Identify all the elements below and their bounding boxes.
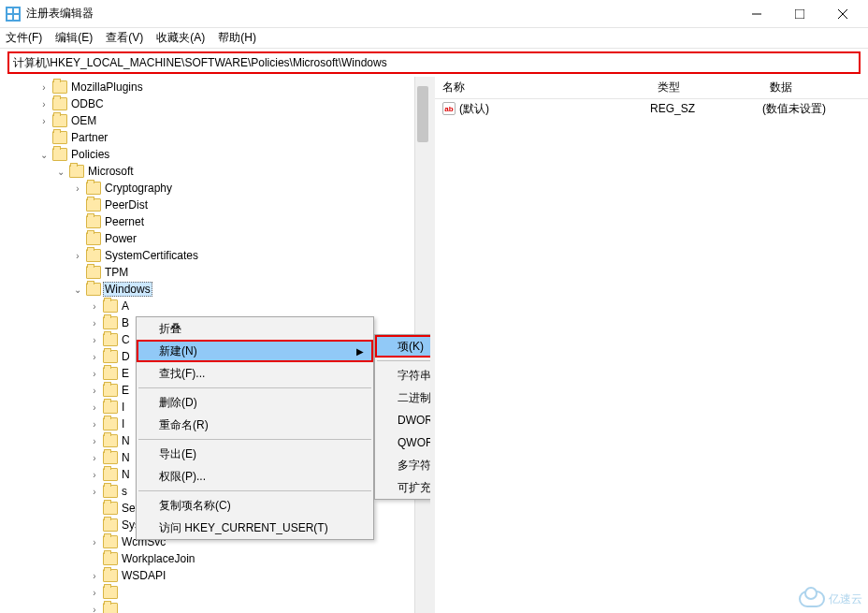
ctx-new-dword[interactable]: DWORD (32 位)值(D) xyxy=(375,409,430,431)
tree-item[interactable]: ⌄Policies xyxy=(37,146,430,163)
ctx-goto-hkcu[interactable]: 访问 HKEY_CURRENT_USER(T) xyxy=(137,517,373,539)
menu-help[interactable]: 帮助(H) xyxy=(218,30,256,46)
chevron-right-icon[interactable]: › xyxy=(88,485,101,498)
ctx-new-binary[interactable]: 二进制值(B) xyxy=(375,387,430,409)
tree-item[interactable]: ›MozillaPlugins xyxy=(37,79,430,95)
ctx-find[interactable]: 查找(F)... xyxy=(137,362,373,385)
ctx-export[interactable]: 导出(E) xyxy=(137,443,373,465)
ctx-new-string[interactable]: 字符串值(S) xyxy=(375,364,430,387)
ctx-new-expandstring[interactable]: 可扩充字符串值(E) xyxy=(375,476,430,499)
tree-item[interactable]: › xyxy=(88,601,430,613)
tree-item[interactable]: ›A xyxy=(88,298,430,314)
menu-file[interactable]: 文件(F) xyxy=(6,30,42,46)
chevron-right-icon[interactable]: › xyxy=(88,603,101,613)
folder-icon xyxy=(103,485,118,498)
tree-item-label: ODBC xyxy=(69,97,106,110)
tree-item[interactable]: ›OEM xyxy=(37,112,430,129)
tree-item[interactable]: ⌄Windows xyxy=(71,281,430,298)
folder-icon xyxy=(103,518,118,532)
chevron-right-icon[interactable]: › xyxy=(37,97,51,110)
tree-item-label: WorkplaceJoin xyxy=(120,552,196,565)
ctx-new-multistring[interactable]: 多字符串值(M) xyxy=(375,454,430,476)
chevron-down-icon[interactable]: ⌄ xyxy=(54,165,67,178)
tree-item-label: B xyxy=(120,316,131,329)
chevron-down-icon[interactable]: ⌄ xyxy=(37,148,51,161)
tree-pane[interactable]: ›MozillaPlugins›ODBC›OEM›Partner⌄Policie… xyxy=(0,77,430,613)
tree-item[interactable]: ›WorkplaceJoin xyxy=(88,550,430,567)
tree-item[interactable]: ›ODBC xyxy=(37,95,430,112)
chevron-right-icon[interactable]: › xyxy=(88,350,101,363)
close-button[interactable] xyxy=(821,0,864,28)
chevron-right-icon[interactable]: › xyxy=(88,569,101,582)
value-row[interactable]: ab(默认) REG_SZ (数值未设置) xyxy=(435,99,868,118)
chevron-right-icon[interactable]: › xyxy=(71,182,84,195)
chevron-right-icon[interactable]: › xyxy=(88,401,101,414)
tree-item[interactable]: ›Cryptography xyxy=(71,180,430,197)
tree-item-label: OEM xyxy=(69,114,98,127)
menu-view[interactable]: 查看(V) xyxy=(106,30,143,46)
ctx-new-qword[interactable]: QWORD (64 位)值(Q) xyxy=(375,431,430,454)
folder-icon xyxy=(86,283,101,296)
tree-item-label: A xyxy=(120,299,131,313)
tree-item-label: SystemCertificates xyxy=(103,249,200,262)
tree-item-label: MozillaPlugins xyxy=(69,80,145,94)
minimize-button[interactable] xyxy=(735,0,778,28)
ctx-collapse[interactable]: 折叠 xyxy=(137,317,373,340)
tree-item[interactable]: ›TPM xyxy=(71,264,430,281)
tree-item[interactable]: › xyxy=(88,584,430,601)
folder-icon xyxy=(103,603,118,613)
menu-bar: 文件(F) 编辑(E) 查看(V) 收藏夹(A) 帮助(H) xyxy=(0,28,868,49)
tree-item[interactable]: ›Partner xyxy=(37,129,430,146)
address-input[interactable] xyxy=(9,53,859,72)
chevron-right-icon[interactable]: › xyxy=(88,535,101,548)
folder-icon xyxy=(103,384,118,397)
tree-item[interactable]: ⌄Microsoft xyxy=(54,163,430,180)
tree-item[interactable]: ›Power xyxy=(71,230,430,247)
col-name[interactable]: 名称 xyxy=(435,80,650,95)
separator xyxy=(138,387,371,388)
folder-icon xyxy=(103,401,118,414)
chevron-right-icon[interactable]: › xyxy=(37,114,51,127)
chevron-right-icon[interactable]: › xyxy=(88,367,101,380)
ctx-copy-key-name[interactable]: 复制项名称(C) xyxy=(137,494,373,517)
ctx-new[interactable]: 新建(N)▶ xyxy=(137,340,373,362)
folder-icon xyxy=(86,198,101,212)
chevron-down-icon[interactable]: ⌄ xyxy=(71,283,84,296)
separator xyxy=(377,360,430,361)
maximize-button[interactable] xyxy=(778,0,821,28)
separator xyxy=(138,490,371,491)
menu-favorites[interactable]: 收藏夹(A) xyxy=(156,30,205,46)
tree-item[interactable]: ›SystemCertificates xyxy=(71,247,430,264)
ctx-delete[interactable]: 删除(D) xyxy=(137,391,373,414)
tree-item-label: Microsoft xyxy=(86,165,136,178)
col-data[interactable]: 数据 xyxy=(762,80,868,95)
chevron-right-icon[interactable]: › xyxy=(88,316,101,329)
tree-item-label: E xyxy=(120,384,131,397)
string-value-icon: ab xyxy=(442,102,456,115)
folder-icon xyxy=(103,569,118,582)
chevron-right-icon[interactable]: › xyxy=(37,80,51,94)
chevron-right-icon[interactable]: › xyxy=(71,249,84,262)
ctx-new-key[interactable]: 项(K) xyxy=(375,335,430,358)
chevron-right-icon[interactable]: › xyxy=(88,586,101,599)
menu-edit[interactable]: 编辑(E) xyxy=(55,30,93,46)
chevron-right-icon[interactable]: › xyxy=(88,299,101,313)
tree-item[interactable]: ›WSDAPI xyxy=(88,567,430,584)
folder-icon xyxy=(52,80,67,94)
chevron-right-icon[interactable]: › xyxy=(88,333,101,346)
folder-icon xyxy=(86,182,101,195)
folder-icon xyxy=(86,232,101,245)
chevron-right-icon[interactable]: › xyxy=(88,468,101,481)
submenu-arrow-icon: ▶ xyxy=(356,346,364,357)
col-type[interactable]: 类型 xyxy=(650,80,762,95)
folder-icon xyxy=(103,299,118,313)
chevron-right-icon[interactable]: › xyxy=(88,417,101,431)
chevron-right-icon[interactable]: › xyxy=(88,384,101,397)
ctx-rename[interactable]: 重命名(R) xyxy=(137,414,373,436)
tree-item-label: Peernet xyxy=(103,215,146,228)
chevron-right-icon[interactable]: › xyxy=(88,451,101,464)
tree-item[interactable]: ›PeerDist xyxy=(71,197,430,213)
ctx-permissions[interactable]: 权限(P)... xyxy=(137,465,373,488)
tree-item[interactable]: ›Peernet xyxy=(71,213,430,230)
chevron-right-icon[interactable]: › xyxy=(88,434,101,447)
